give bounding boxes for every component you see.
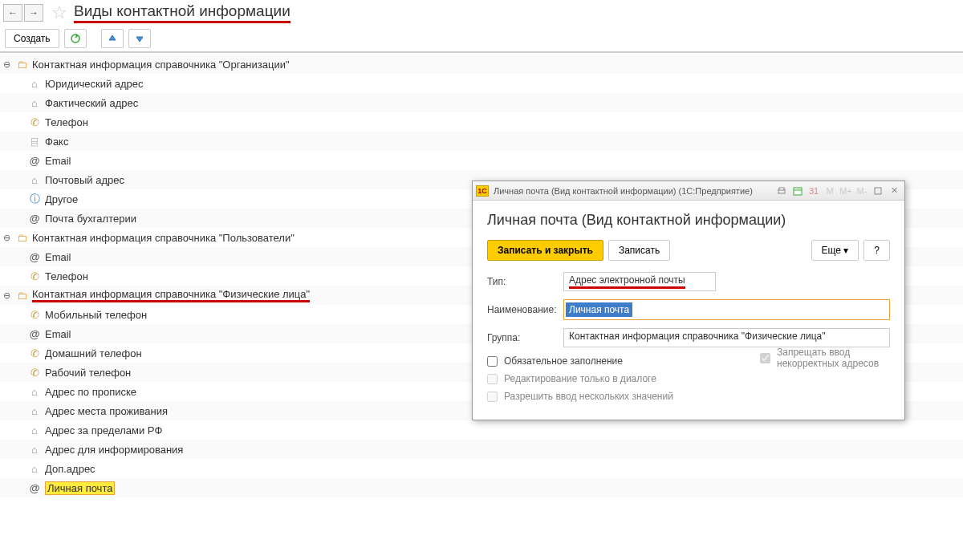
collapse-icon[interactable]: ⊖ <box>3 59 14 70</box>
type-label: Тип: <box>487 276 563 287</box>
name-label: Наименование: <box>487 304 563 315</box>
group-field[interactable]: Контактная информация справочника "Физич… <box>563 328 890 347</box>
tree-item[interactable]: ⌸Факс <box>0 132 963 151</box>
nav-forward-button[interactable]: → <box>24 4 43 22</box>
dialog-title-text: Личная почта (Вид контактной информации)… <box>494 186 774 196</box>
tree-group[interactable]: ⊖🗀Контактная информация справочника "Орг… <box>0 55 963 74</box>
item-label: Фактический адрес <box>42 97 138 109</box>
item-label: Email <box>42 251 71 263</box>
tree-item[interactable]: ⌂Юридический адрес <box>0 74 963 93</box>
collapse-icon[interactable]: ⊖ <box>3 290 14 301</box>
tree-item[interactable]: ⌂Адрес за пределами РФ <box>0 420 963 440</box>
house-icon: ⌂ <box>27 78 42 90</box>
at-icon: @ <box>27 482 42 494</box>
item-label: Личная почта <box>42 482 115 494</box>
item-label: Факс <box>42 136 68 148</box>
folder-icon: 🗀 <box>14 59 29 71</box>
house-icon: ⌂ <box>27 386 42 398</box>
phone-icon: ✆ <box>27 347 42 359</box>
create-button[interactable]: Создать <box>5 29 59 48</box>
edit-dialog: 1C Личная почта (Вид контактной информац… <box>472 181 905 420</box>
item-label: Рабочий телефон <box>42 367 131 379</box>
item-label: Адрес места проживания <box>42 405 168 417</box>
item-label: Адрес за пределами РФ <box>42 424 162 436</box>
print-icon[interactable] <box>774 185 789 197</box>
page-title: Виды контактной информации <box>74 2 291 23</box>
at-icon: @ <box>27 213 42 225</box>
mandatory-checkbox[interactable] <box>487 356 498 367</box>
folder-icon: 🗀 <box>14 290 29 302</box>
group-label: Контактная информация справочника "Физич… <box>29 288 310 302</box>
item-label: Email <box>42 155 71 167</box>
house-icon: ⌂ <box>27 463 42 475</box>
minimize-icon[interactable] <box>871 185 885 197</box>
help-button[interactable]: ? <box>863 240 890 261</box>
save-button[interactable]: Записать <box>608 240 670 261</box>
memory-mminus-icon[interactable]: M- <box>855 185 869 197</box>
type-field[interactable]: Адрес электронной почты <box>563 272 716 291</box>
item-label: Почтовый адрес <box>42 174 124 186</box>
forbid-incorrect-checkbox <box>760 353 770 363</box>
tree-item[interactable]: ✆Телефон <box>0 112 963 132</box>
dialog-only-label: Редактирование только в диалоге <box>504 373 656 384</box>
item-label: Email <box>42 328 71 340</box>
at-icon: @ <box>27 328 42 340</box>
calendar-icon[interactable] <box>790 185 805 197</box>
item-label: Мобильный телефон <box>42 309 147 321</box>
collapse-icon[interactable]: ⊖ <box>3 233 14 243</box>
more-button[interactable]: Еще ▾ <box>811 240 859 261</box>
svg-rect-2 <box>779 188 784 190</box>
tree-item[interactable]: ⌂Доп.адрес <box>0 459 963 478</box>
at-icon: @ <box>27 251 42 263</box>
item-label: Домашний телефон <box>42 347 142 359</box>
house-icon: ⌂ <box>27 444 42 456</box>
date-icon[interactable]: 31 <box>807 185 821 197</box>
mandatory-label: Обязательное заполнение <box>504 355 623 367</box>
phone-icon: ✆ <box>27 270 42 282</box>
close-icon[interactable]: ✕ <box>887 185 901 197</box>
tree-item[interactable]: ⌂Фактический адрес <box>0 93 963 112</box>
group-label: Контактная информация справочника "Польз… <box>29 232 295 244</box>
svg-point-0 <box>71 34 79 43</box>
forbid-incorrect-label: Запрещать ввод некорректных адресов <box>777 347 890 369</box>
house-icon: ⌂ <box>27 424 42 436</box>
move-up-button[interactable] <box>101 29 124 48</box>
memory-mplus-icon[interactable]: M+ <box>839 185 853 197</box>
group-label: Контактная информация справочника "Орган… <box>29 59 290 71</box>
item-label: Юридический адрес <box>42 78 144 90</box>
multiple-checkbox <box>487 392 498 402</box>
dialog-heading: Личная почта (Вид контактной информации) <box>487 212 890 229</box>
info-icon: ⓘ <box>27 192 42 206</box>
move-down-button[interactable] <box>128 29 151 48</box>
folder-icon: 🗀 <box>14 232 29 244</box>
nav-back-button[interactable]: ← <box>3 4 22 22</box>
item-label: Адрес для информирования <box>42 444 183 456</box>
at-icon: @ <box>27 155 42 167</box>
fax-icon: ⌸ <box>27 136 42 148</box>
phone-icon: ✆ <box>27 367 42 379</box>
save-close-button[interactable]: Записать и закрыть <box>487 240 603 261</box>
house-icon: ⌂ <box>27 405 42 417</box>
item-label: Телефон <box>42 116 88 128</box>
house-icon: ⌂ <box>27 174 42 186</box>
group-label: Группа: <box>487 332 563 343</box>
item-label: Доп.адрес <box>42 463 95 475</box>
tree-item[interactable]: @Личная почта <box>0 478 963 497</box>
multiple-label: Разрешить ввод нескольких значений <box>504 391 673 402</box>
memory-m-icon[interactable]: M <box>823 185 837 197</box>
house-icon: ⌂ <box>27 97 42 109</box>
item-label: Почта бухгалтерии <box>42 213 136 225</box>
name-field[interactable]: Личная почта <box>563 299 890 320</box>
phone-icon: ✆ <box>27 309 42 321</box>
dialog-titlebar[interactable]: 1C Личная почта (Вид контактной информац… <box>473 181 904 201</box>
tree-item[interactable]: ⌂Адрес для информирования <box>0 440 963 459</box>
phone-icon: ✆ <box>27 116 42 128</box>
item-label: Адрес по прописке <box>42 386 136 398</box>
logo-1c-icon: 1C <box>476 185 489 197</box>
svg-rect-3 <box>794 188 802 195</box>
favorite-star-icon[interactable]: ☆ <box>51 2 67 23</box>
refresh-button[interactable] <box>64 29 87 48</box>
item-label: Другое <box>42 193 78 205</box>
svg-rect-5 <box>875 188 881 194</box>
tree-item[interactable]: @Email <box>0 151 963 170</box>
